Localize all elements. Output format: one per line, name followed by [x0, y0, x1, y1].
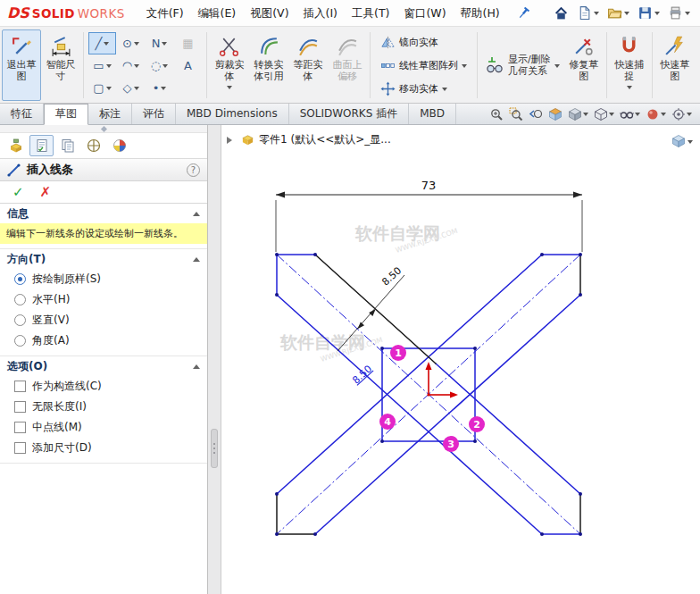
open-button[interactable]: [604, 4, 632, 22]
cancel-button[interactable]: ✗: [40, 184, 52, 200]
slot-tool[interactable]: ▢: [88, 77, 116, 99]
zoom-area-button[interactable]: [508, 106, 524, 122]
linear-pattern-dropdown[interactable]: [462, 64, 467, 71]
graphics-viewport[interactable]: 零件1 (默认<<默认>_显... 软件自学网 WWW.RJZXW.COM 软件…: [221, 125, 700, 594]
print-button[interactable]: [665, 4, 693, 22]
tab-solidworks-addins[interactable]: SOLIDWORKS 插件: [289, 104, 409, 124]
part-breadcrumb[interactable]: 零件1 (默认<<默认>_显...: [259, 132, 391, 147]
menu-file[interactable]: 文件(F): [139, 1, 191, 26]
ellipse-tool-dropdown[interactable]: [162, 64, 168, 71]
exit-sketch-button[interactable]: 退出草 图: [2, 29, 41, 101]
graphics-area[interactable]: 软件自学网 WWW.RJZXW.COM 软件自学网 WWW.RJZXW.COM …: [221, 125, 700, 594]
checkbox-midpoint-line[interactable]: 中点线(M): [0, 417, 207, 438]
radio-vertical-indicator[interactable]: [14, 314, 26, 326]
home-button[interactable]: [551, 4, 571, 22]
tab-sketch[interactable]: 草图: [44, 104, 88, 125]
convert-entities-button[interactable]: 转换实 体引用: [249, 29, 288, 101]
menu-pin-button[interactable]: [516, 6, 530, 21]
point-tool-dropdown[interactable]: [161, 87, 166, 93]
smart-dimension-button[interactable]: 智能尺 寸: [41, 29, 80, 101]
line-tool-dropdown[interactable]: [104, 42, 109, 48]
tab-configuration-manager[interactable]: [55, 135, 79, 156]
repair-sketch-button[interactable]: 修复草 图: [564, 29, 604, 101]
menu-insert[interactable]: 插入(I): [296, 1, 345, 26]
move-entities-button[interactable]: 移动实体: [377, 79, 471, 98]
menu-view[interactable]: 视图(V): [243, 1, 296, 26]
text-tool[interactable]: A: [174, 54, 202, 77]
rapid-sketch-button[interactable]: 快速草 图: [655, 29, 695, 101]
view-orientation-button[interactable]: [567, 106, 589, 122]
view-settings-dropdown[interactable]: [687, 113, 692, 119]
radio-horizontal-indicator[interactable]: [14, 294, 26, 305]
view-settings-button[interactable]: [671, 106, 693, 122]
radio-angle-indicator[interactable]: [14, 335, 26, 347]
trim-entities-dropdown[interactable]: [227, 86, 232, 92]
edit-appearance-dropdown[interactable]: [661, 113, 666, 119]
point-tool[interactable]: •: [146, 77, 173, 99]
previous-view-button[interactable]: [528, 106, 544, 122]
print-dropdown[interactable]: [685, 12, 690, 18]
new-document-button[interactable]: [574, 4, 602, 22]
tab-mbd[interactable]: MBD: [409, 104, 456, 124]
new-document-dropdown[interactable]: [594, 12, 599, 18]
checkbox-add-dimensions[interactable]: 添加尺寸(D): [0, 438, 207, 458]
message-section-header[interactable]: 信息: [0, 204, 207, 223]
display-style-button[interactable]: [593, 106, 615, 122]
panel-vertical-splitter[interactable]: [208, 125, 221, 594]
mirror-entities-button[interactable]: 镜向实体: [377, 33, 471, 52]
polygon-tool-dropdown[interactable]: [134, 87, 139, 93]
slot-tool-dropdown[interactable]: [106, 87, 112, 93]
checkbox-for-construction[interactable]: 作为构造线(C): [0, 376, 207, 397]
offset-entities-button[interactable]: 等距实 体: [288, 29, 328, 101]
tab-feature-manager[interactable]: [4, 135, 28, 156]
menu-help[interactable]: 帮助(H): [454, 1, 507, 26]
line-tool[interactable]: ╱: [88, 32, 116, 54]
hide-show-items-button[interactable]: [619, 106, 641, 122]
checkbox-add-dimensions-box[interactable]: [14, 442, 26, 454]
checkbox-for-construction-box[interactable]: [14, 381, 26, 392]
save-button[interactable]: [635, 4, 662, 22]
trim-entities-button[interactable]: 剪裁实 体: [210, 29, 249, 101]
circle-tool[interactable]: ⊙: [117, 32, 145, 54]
quick-snaps-dropdown[interactable]: [627, 86, 632, 92]
rectangle-tool[interactable]: ▭: [88, 54, 116, 77]
open-dropdown[interactable]: [624, 12, 629, 18]
quick-snaps-button[interactable]: 快速捕 捉: [610, 29, 649, 101]
rectangle-tool-dropdown[interactable]: [106, 64, 112, 71]
polygon-tool[interactable]: ◇: [117, 77, 145, 99]
flyout-expander-icon[interactable]: [227, 137, 236, 144]
tab-display-manager[interactable]: [107, 135, 131, 156]
options-section-header[interactable]: 选项(O): [0, 356, 207, 376]
editing-dimension[interactable]: 8.50: [350, 363, 374, 386]
radio-horizontal[interactable]: 水平(H): [0, 289, 207, 310]
tab-property-manager[interactable]: [29, 135, 54, 156]
linear-pattern-button[interactable]: 线性草图阵列: [377, 56, 471, 75]
tab-features[interactable]: 特征: [0, 104, 44, 124]
menu-edit[interactable]: 编辑(E): [191, 1, 244, 26]
tab-annotation[interactable]: 标注: [88, 104, 132, 124]
tab-dimxpert-manager[interactable]: [81, 135, 105, 156]
spline-tool[interactable]: N: [146, 32, 173, 54]
radio-as-sketched-indicator[interactable]: [14, 273, 26, 285]
zoom-fit-button[interactable]: [488, 106, 504, 122]
viewport-corner-dropdown[interactable]: [688, 140, 693, 146]
orientation-section-header[interactable]: 方向(T): [0, 249, 207, 269]
checkbox-midpoint-line-box[interactable]: [14, 422, 26, 433]
checkbox-infinite-length-box[interactable]: [14, 401, 26, 413]
edit-appearance-button[interactable]: [645, 106, 667, 122]
tab-mbd-dimensions[interactable]: MBD Dimensions: [176, 104, 289, 124]
checkbox-infinite-length[interactable]: 无限长度(I): [0, 397, 207, 417]
menu-window[interactable]: 窗口(W): [396, 1, 453, 26]
radio-angle[interactable]: 角度(A): [0, 330, 207, 351]
help-button[interactable]: ?: [187, 163, 200, 177]
circle-tool-dropdown[interactable]: [134, 42, 139, 48]
display-style-dropdown[interactable]: [609, 113, 614, 119]
hide-show-items-dropdown[interactable]: [635, 113, 640, 119]
move-entities-dropdown[interactable]: [442, 88, 447, 94]
ok-button[interactable]: ✓: [12, 184, 24, 200]
tab-evaluate[interactable]: 评估: [132, 104, 176, 124]
arc-tool[interactable]: ◠: [117, 54, 145, 77]
radio-as-sketched[interactable]: 按绘制原样(S): [0, 269, 207, 289]
ellipse-tool[interactable]: ◌: [146, 54, 173, 77]
menu-tools[interactable]: 工具(T): [345, 1, 396, 26]
